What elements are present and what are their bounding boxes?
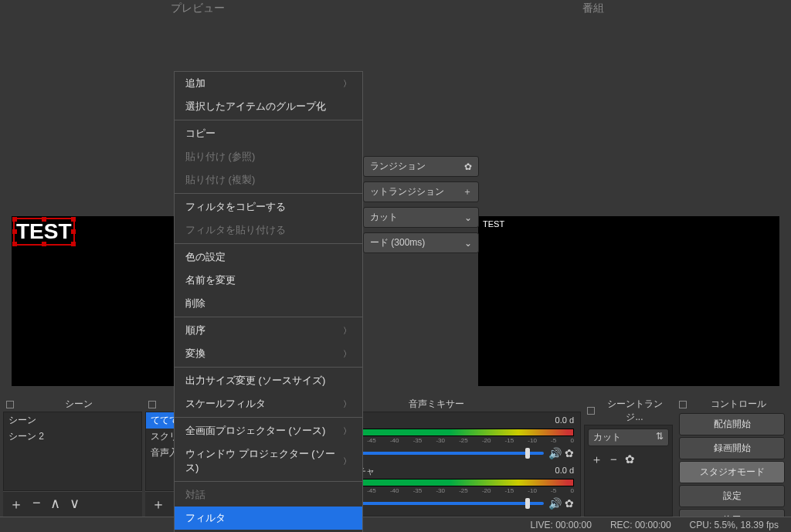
scenes-title: シーン	[19, 398, 139, 411]
exit-button[interactable]: 終了	[679, 509, 785, 517]
move-up-icon[interactable]: ∧	[50, 495, 60, 513]
resize-handle[interactable]	[42, 217, 46, 222]
channel-db: 0.0 d	[555, 415, 574, 427]
gear-icon[interactable]: ✿	[464, 161, 472, 172]
menu-resize-output[interactable]: 出力サイズ変更 (ソースサイズ)	[175, 369, 362, 392]
menu-copy[interactable]: コピー	[175, 122, 362, 145]
resize-handle[interactable]	[42, 242, 46, 246]
chevron-right-icon: 〉	[343, 325, 351, 337]
resize-handle[interactable]	[71, 217, 76, 222]
controls-dock: コントロール 配信開始 録画開始 スタジオモード 設定 終了	[676, 397, 788, 517]
menu-order[interactable]: 順序〉	[175, 319, 362, 342]
add-icon[interactable]: ＋	[151, 495, 165, 513]
menu-delete[interactable]: 削除	[175, 292, 362, 315]
menu-interact: 対話	[175, 483, 362, 507]
remove-icon[interactable]: −	[610, 452, 617, 467]
chevron-right-icon: 〉	[343, 456, 351, 467]
menu-paste-filter: フィルタを貼り付ける	[175, 219, 362, 242]
status-live: LIVE: 00:00:00	[530, 520, 591, 530]
transition-button[interactable]: ランジション✿	[363, 156, 479, 177]
start-recording-button[interactable]: 録画開始	[679, 437, 785, 459]
status-cpu: CPU: 5.5%, 18.39 fps	[690, 520, 779, 530]
slider-knob[interactable]	[525, 448, 530, 459]
resize-handle[interactable]	[12, 217, 17, 222]
gear-icon[interactable]: ✿	[565, 497, 574, 510]
speaker-icon[interactable]: 🔊	[548, 447, 562, 459]
dock-popout-icon[interactable]	[587, 407, 595, 415]
menu-copy-filter[interactable]: フィルタをコピーする	[175, 195, 362, 219]
resize-handle[interactable]	[71, 229, 76, 234]
program-title: 番組	[403, 0, 783, 17]
resize-handle[interactable]	[71, 242, 76, 246]
menu-window-projector[interactable]: ウィンドウ プロジェクター (ソース)〉	[175, 442, 362, 479]
add-icon[interactable]: ＋	[9, 495, 23, 513]
scene-trans-title: シーントランジ...	[599, 398, 670, 424]
program-canvas: TEST	[478, 216, 779, 386]
program-text: TEST	[483, 219, 504, 229]
channel-db: 0.0 d	[555, 466, 574, 477]
chevron-right-icon: 〉	[343, 78, 351, 90]
add-icon[interactable]: ＋	[591, 452, 603, 467]
menu-fullscreen-projector[interactable]: 全画面プロジェクター (ソース)〉	[175, 419, 362, 442]
transition-select[interactable]: カット⇅	[588, 429, 669, 446]
fade-duration-select[interactable]: ード (300ms)⌄	[363, 232, 479, 253]
chevron-right-icon: 〉	[343, 425, 351, 437]
chevron-down-icon: ⌄	[464, 212, 472, 223]
scenes-toolbar: ＋ − ∧ ∨	[3, 491, 142, 517]
context-menu: 追加〉 選択したアイテムのグループ化 コピー 貼り付け (参照) 貼り付け (複…	[174, 71, 363, 532]
dock-popout-icon[interactable]	[6, 401, 14, 408]
plus-icon[interactable]: ＋	[463, 185, 472, 198]
menu-color[interactable]: 色の設定	[175, 246, 362, 269]
speaker-icon[interactable]: 🔊	[548, 497, 562, 510]
menu-add[interactable]: 追加〉	[175, 72, 362, 95]
controls-title: コントロール	[691, 398, 785, 411]
menu-filter[interactable]: フィルタ	[175, 507, 362, 530]
cut-transition-select[interactable]: カット⌄	[363, 207, 479, 228]
scene-item[interactable]: シーン	[4, 412, 141, 429]
dock-popout-icon[interactable]	[679, 401, 687, 408]
transition-controls: ランジション✿ ットランジション＋ カット⌄ ード (300ms)⌄	[363, 156, 479, 258]
dock-popout-icon[interactable]	[148, 401, 156, 408]
start-streaming-button[interactable]: 配信開始	[679, 413, 785, 435]
status-rec: REC: 00:00:00	[610, 520, 671, 530]
chevron-down-icon: ⌄	[464, 238, 472, 249]
chevron-right-icon: 〉	[343, 348, 351, 360]
slider-knob[interactable]	[525, 498, 530, 509]
scenes-dock: シーン シーン シーン 2 ＋ − ∧ ∨	[3, 397, 142, 517]
settings-button[interactable]: 設定	[679, 485, 785, 507]
menu-group[interactable]: 選択したアイテムのグループ化	[175, 95, 362, 118]
selected-source-text[interactable]: TEST	[13, 218, 75, 246]
scenes-list[interactable]: シーン シーン 2	[3, 412, 142, 491]
menu-transform[interactable]: 変換〉	[175, 342, 362, 365]
status-bar: LIVE: 00:00:00 REC: 00:00:00 CPU: 5.5%, …	[0, 517, 791, 532]
remove-icon[interactable]: −	[32, 495, 41, 513]
menu-paste-dup: 貼り付け (複製)	[175, 168, 362, 191]
scene-item[interactable]: シーン 2	[4, 429, 141, 445]
menu-rename[interactable]: 名前を変更	[175, 269, 362, 292]
scene-transitions-dock: シーントランジ... カット⇅ ＋ − ✿	[584, 397, 673, 517]
chevron-right-icon: 〉	[343, 398, 351, 410]
menu-paste-ref: 貼り付け (参照)	[175, 145, 362, 168]
menu-scale-filter[interactable]: スケールフィルタ〉	[175, 392, 362, 415]
resize-handle[interactable]	[12, 242, 17, 246]
gear-icon[interactable]: ✿	[565, 447, 574, 459]
studio-mode-button[interactable]: スタジオモード	[679, 461, 785, 483]
resize-handle[interactable]	[12, 229, 17, 234]
quick-transition-button[interactable]: ットランジション＋	[363, 181, 479, 202]
preview-title: プレビュー	[8, 0, 388, 17]
gear-icon[interactable]: ✿	[625, 452, 635, 467]
updown-icon: ⇅	[656, 431, 664, 444]
move-down-icon[interactable]: ∨	[70, 495, 80, 513]
